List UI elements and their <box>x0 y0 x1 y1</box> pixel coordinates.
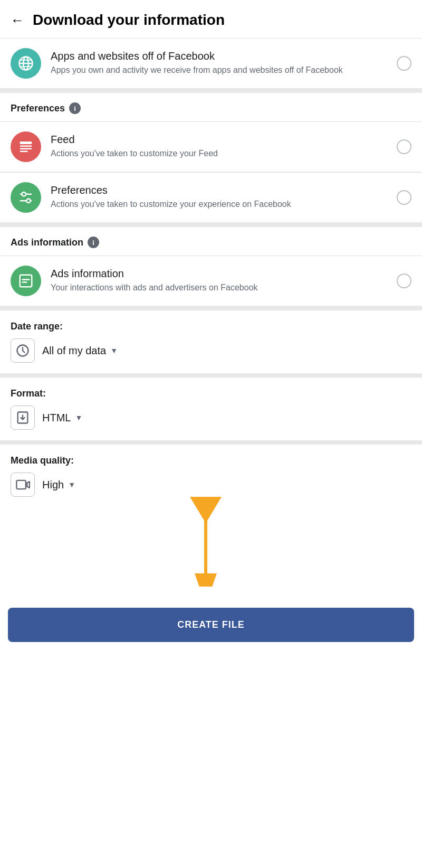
apps-websites-text: Apps and websites off of Facebook Apps y… <box>51 50 387 76</box>
ads-icon <box>18 273 34 289</box>
svg-rect-14 <box>22 279 30 280</box>
feed-radio[interactable] <box>397 139 411 154</box>
format-value[interactable]: HTML ▼ <box>42 412 82 424</box>
page-title: Download your information <box>33 12 225 29</box>
arrow-annotation-area <box>0 507 422 602</box>
list-item-apps-websites[interactable]: Apps and websites off of Facebook Apps y… <box>0 39 422 89</box>
format-dropdown-arrow: ▼ <box>75 413 82 422</box>
svg-rect-5 <box>20 141 32 144</box>
ads-item-title: Ads information <box>51 268 387 280</box>
svg-rect-13 <box>20 275 32 287</box>
svg-rect-8 <box>20 151 28 153</box>
svg-point-12 <box>26 199 31 203</box>
apps-websites-title: Apps and websites off of Facebook <box>51 50 387 62</box>
svg-marker-23 <box>190 497 222 523</box>
media-quality-text: High <box>42 479 64 491</box>
format-label: Format: <box>11 378 411 405</box>
media-quality-dropdown-arrow: ▼ <box>68 480 75 489</box>
preferences-radio[interactable] <box>397 190 411 205</box>
bottom-area: CREATE FILE <box>0 602 422 642</box>
video-icon <box>15 477 30 492</box>
ads-item-desc: Your interactions with ads and advertise… <box>51 282 387 294</box>
arrow-annotation <box>164 492 269 587</box>
date-range-row[interactable]: All of my data ▼ <box>11 338 411 373</box>
svg-rect-19 <box>16 480 26 489</box>
media-quality-value[interactable]: High ▼ <box>42 479 75 491</box>
preferences-section-header: Preferences i <box>0 93 422 121</box>
feed-text: Feed Actions you've taken to customize y… <box>51 134 387 159</box>
list-item-preferences[interactable]: Preferences Actions you've taken to cust… <box>0 173 422 223</box>
list-item-feed[interactable]: Feed Actions you've taken to customize y… <box>0 122 422 172</box>
header: ← Download your information <box>0 0 422 39</box>
svg-rect-7 <box>20 148 32 150</box>
preferences-info-icon[interactable]: i <box>69 102 81 114</box>
media-quality-icon-wrap <box>11 473 35 497</box>
ads-section-label: Ads information <box>11 237 83 248</box>
preferences-section-label: Preferences <box>11 103 65 114</box>
ads-info-icon[interactable]: i <box>88 237 99 248</box>
date-range-icon-wrap <box>11 338 35 363</box>
format-icon-wrap <box>11 405 35 430</box>
divider-4 <box>0 223 422 227</box>
divider-7 <box>0 373 422 378</box>
preferences-item-desc: Actions you've taken to customize your e… <box>51 199 387 210</box>
feed-icon-wrap <box>11 131 41 162</box>
sliders-icon <box>18 190 34 205</box>
date-range-section: Date range: All of my data ▼ <box>0 310 422 373</box>
date-range-dropdown-arrow: ▼ <box>110 346 118 355</box>
divider-8 <box>0 440 422 445</box>
feed-icon <box>18 139 34 155</box>
format-download-icon <box>15 410 30 425</box>
date-range-value[interactable]: All of my data ▼ <box>42 345 118 357</box>
preferences-icon-wrap <box>11 182 41 213</box>
svg-point-10 <box>22 192 26 196</box>
svg-rect-6 <box>20 146 32 147</box>
preferences-item-text: Preferences Actions you've taken to cust… <box>51 184 387 210</box>
back-button[interactable]: ← <box>11 12 24 29</box>
media-quality-label: Media quality: <box>11 445 411 473</box>
ads-section-header: Ads information i <box>0 227 422 256</box>
divider-1 <box>0 89 422 93</box>
list-item-ads[interactable]: Ads information Your interactions with a… <box>0 256 422 306</box>
apps-websites-desc: Apps you own and activity we receive fro… <box>51 64 387 76</box>
feed-desc: Actions you've taken to customize your F… <box>51 148 387 159</box>
apps-websites-icon-wrap <box>11 48 41 79</box>
date-range-label: Date range: <box>11 310 411 338</box>
date-range-text: All of my data <box>42 345 106 357</box>
ads-item-text: Ads information Your interactions with a… <box>51 268 387 294</box>
ads-icon-wrap <box>11 266 41 296</box>
create-file-button[interactable]: CREATE FILE <box>8 608 414 642</box>
clock-icon <box>15 343 30 358</box>
apps-websites-radio[interactable] <box>397 56 411 71</box>
globe-icon <box>18 55 34 71</box>
format-text: HTML <box>42 412 71 424</box>
format-section: Format: HTML ▼ <box>0 378 422 440</box>
svg-marker-20 <box>27 482 30 488</box>
feed-title: Feed <box>51 134 387 146</box>
ads-radio[interactable] <box>397 273 411 288</box>
format-row[interactable]: HTML ▼ <box>11 405 411 440</box>
divider-6 <box>0 306 422 310</box>
svg-rect-15 <box>22 281 27 283</box>
preferences-item-title: Preferences <box>51 184 387 196</box>
